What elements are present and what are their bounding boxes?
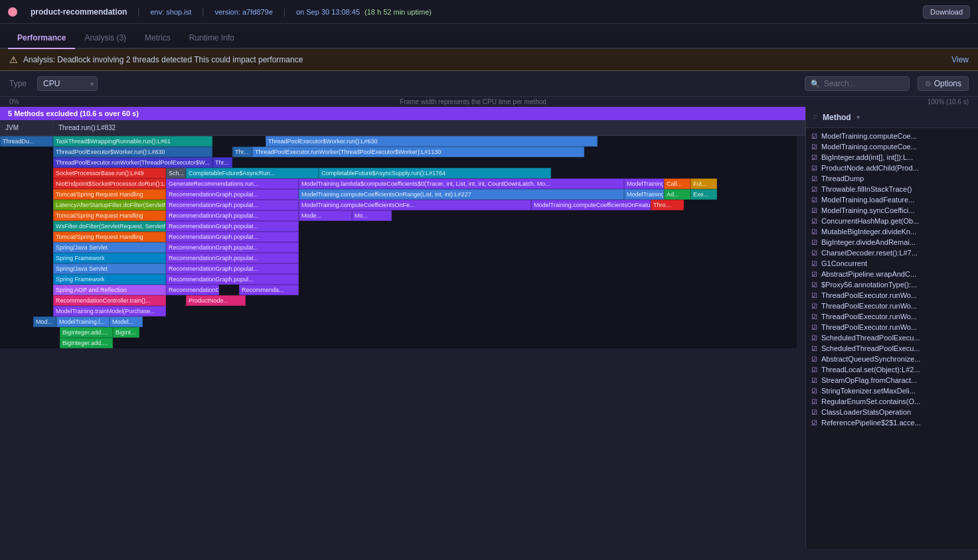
flame-block[interactable]: Thr... bbox=[212, 157, 232, 168]
flame-block[interactable]: Recommenda... bbox=[239, 285, 299, 295]
flame-block[interactable]: GenerateRecommendations.run... bbox=[166, 178, 299, 189]
method-item[interactable]: ☑AbstractQueuedSynchronize... bbox=[806, 354, 978, 364]
flame-block[interactable]: ModelTraining.computeCoefficientsOnRange… bbox=[299, 189, 624, 200]
flame-block[interactable]: Sch... bbox=[166, 168, 186, 178]
method-item[interactable]: ☑ScheduledThreadPoolExecu... bbox=[806, 332, 978, 343]
flame-block[interactable]: WsFilter.doFilter(ServletRequest, Servle… bbox=[53, 221, 166, 232]
flame-block[interactable]: ModelTraining.lambda$computeCoefficients… bbox=[299, 178, 624, 189]
tab-runtime[interactable]: Runtime Info bbox=[180, 28, 244, 49]
flame-block[interactable]: RecommendationGraph.populat... bbox=[166, 232, 299, 242]
flame-block[interactable]: RecommendationGraph.populat... bbox=[166, 189, 299, 200]
flame-block[interactable]: RecommendationGraph.popul... bbox=[166, 274, 299, 285]
options-button[interactable]: ⚙ Options bbox=[918, 76, 969, 91]
method-checkbox[interactable]: ☑ bbox=[811, 345, 817, 352]
flame-block[interactable]: LatencyAfterStartupFilter.doFilter(Servl… bbox=[53, 200, 166, 210]
method-checkbox[interactable]: ☑ bbox=[811, 292, 817, 299]
flame-block[interactable]: Spring/Java Servlet bbox=[53, 242, 166, 253]
method-item[interactable]: ☑ModelTraining.computeCoe... bbox=[806, 141, 978, 152]
flame-block[interactable]: Call... bbox=[664, 178, 691, 189]
method-item[interactable]: ☑Throwable.fillInStackTrace() bbox=[806, 184, 978, 194]
method-item[interactable]: ☑ThreadLocal.set(Object):L#2... bbox=[806, 364, 978, 375]
method-checkbox[interactable]: ☑ bbox=[811, 218, 817, 225]
flame-block[interactable]: ModelTraining.computeCoefficientsOnFe... bbox=[299, 200, 531, 210]
flame-block[interactable]: CompletableFuture$AsyncSupply.run():L#17… bbox=[319, 168, 551, 178]
method-item[interactable]: ☑ThreadPoolExecutor.runWo... bbox=[806, 290, 978, 301]
flame-block[interactable]: RecommendationController.train()... bbox=[53, 295, 166, 306]
flame-block[interactable]: CompletableFuture$AsyncRun... bbox=[186, 168, 319, 178]
method-item[interactable]: ☑ProductNode.addChild(Prod... bbox=[806, 163, 978, 173]
method-checkbox[interactable]: ☑ bbox=[811, 175, 817, 182]
flame-block[interactable]: ThreadPoolExecutor.runWorker(ThreadPoolE… bbox=[53, 157, 212, 168]
flame-block[interactable]: Mod... bbox=[33, 316, 56, 327]
flame-block[interactable]: Thr... bbox=[232, 147, 252, 157]
method-item[interactable]: ☑ScheduledThreadPoolExecu... bbox=[806, 343, 978, 354]
flame-block[interactable]: ModelTraining.trainModel(Purchase... bbox=[53, 306, 166, 316]
flame-block[interactable]: RecommendationGraph.populat... bbox=[166, 200, 299, 210]
flame-block[interactable]: BigInteger.add.... bbox=[60, 338, 113, 348]
method-item[interactable]: ☑BigInteger.divideAndRemai... bbox=[806, 237, 978, 247]
method-checkbox[interactable]: ☑ bbox=[811, 281, 817, 289]
method-checkbox[interactable]: ☑ bbox=[811, 133, 817, 140]
flame-block[interactable]: RecommendationG... bbox=[166, 285, 219, 295]
method-item[interactable]: ☑MutableBigInteger.divideKn... bbox=[806, 226, 978, 237]
method-item[interactable]: ☑ThreadPoolExecutor.runWo... bbox=[806, 311, 978, 322]
flame-block[interactable]: ProductNode... bbox=[186, 295, 246, 306]
method-checkbox[interactable]: ☑ bbox=[811, 366, 817, 374]
search-input[interactable] bbox=[824, 79, 904, 88]
method-item[interactable]: ☑ClassLoaderStatsOperation bbox=[806, 407, 978, 417]
method-checkbox[interactable]: ☑ bbox=[811, 398, 817, 405]
flame-block[interactable]: ModelTraining.computeCoefficientsOnFeatu… bbox=[531, 200, 651, 210]
method-item[interactable]: ☑RegularEnumSet.contains(O... bbox=[806, 396, 978, 407]
method-checkbox[interactable]: ☑ bbox=[811, 260, 817, 267]
method-checkbox[interactable]: ☑ bbox=[811, 165, 817, 172]
method-dropdown-icon[interactable]: ▾ bbox=[856, 113, 860, 121]
method-item[interactable]: ☑ThreadPoolExecutor.runWo... bbox=[806, 301, 978, 311]
view-link[interactable]: View bbox=[951, 55, 969, 64]
flame-block[interactable]: ModelTraining.... bbox=[624, 178, 664, 189]
method-checkbox[interactable]: ☑ bbox=[811, 377, 817, 384]
method-checkbox[interactable]: ☑ bbox=[811, 409, 817, 416]
flame-block[interactable]: Mode... bbox=[299, 210, 352, 221]
flame-block[interactable]: ThreadPoolExecutor.runWorker(ThreadPoolE… bbox=[252, 147, 584, 157]
method-item[interactable]: ☑StringTokenizer.setMaxDeli... bbox=[806, 385, 978, 396]
method-checkbox[interactable]: ☑ bbox=[811, 324, 817, 331]
flame-block[interactable]: ThreadPoolExecutor$Worker.run():L#630 bbox=[266, 136, 598, 147]
flame-block[interactable]: ThreadDu... bbox=[0, 136, 53, 147]
method-checkbox[interactable]: ☑ bbox=[811, 419, 817, 427]
flame-block[interactable]: RecommendationGraph.populat... bbox=[166, 253, 299, 263]
method-checkbox[interactable]: ☑ bbox=[811, 387, 817, 395]
method-item[interactable]: ☑ModelTraining.computeCoe... bbox=[806, 131, 978, 141]
flame-block[interactable]: Spring AOP and Reflection bbox=[53, 285, 166, 295]
download-button[interactable]: Download bbox=[923, 5, 970, 19]
flame-block[interactable]: Spring/Java Servlet bbox=[53, 263, 166, 274]
method-item[interactable]: ☑$Proxy56.annotationType():... bbox=[806, 279, 978, 290]
panel-drag-handle[interactable]: ⠿ bbox=[813, 113, 817, 121]
method-item[interactable]: ☑ThreadPoolExecutor.runWo... bbox=[806, 322, 978, 332]
flame-block[interactable]: Spring Framework bbox=[53, 253, 166, 263]
tab-performance[interactable]: Performance bbox=[8, 28, 75, 49]
method-item[interactable]: ☑StreamOpFlag.fromCharact... bbox=[806, 375, 978, 385]
flame-block[interactable]: Mo... bbox=[352, 210, 392, 221]
flame-block[interactable]: ThreadPoolExecutor$Worker.run():L#630 bbox=[53, 147, 212, 157]
flame-block[interactable]: Model... bbox=[110, 316, 143, 327]
method-item[interactable]: ☑BigInteger.add(int[], int[]):L... bbox=[806, 152, 978, 163]
flame-block[interactable]: Fut... bbox=[691, 178, 717, 189]
method-checkbox[interactable]: ☑ bbox=[811, 313, 817, 320]
flame-block[interactable]: RecommendationGraph.populat... bbox=[166, 263, 299, 274]
flame-block[interactable]: RecommendationGraph.populat... bbox=[166, 242, 299, 253]
method-item[interactable]: ☑CharsetDecoder.reset():L#7... bbox=[806, 247, 978, 258]
flame-block[interactable]: Tomcat/Spring Request Handling bbox=[53, 189, 166, 200]
method-checkbox[interactable]: ☑ bbox=[811, 249, 817, 257]
flame-block[interactable]: SocketProcessorBase.run():L#49 bbox=[53, 168, 166, 178]
method-checkbox[interactable]: ☑ bbox=[811, 207, 817, 214]
flame-block[interactable]: Ad... bbox=[664, 189, 691, 200]
tab-metrics[interactable]: Metrics bbox=[135, 28, 180, 49]
flame-block[interactable]: RecommendationGraph.populat... bbox=[166, 221, 299, 232]
method-item[interactable]: ☑ModelTraining.syncCoeffici... bbox=[806, 205, 978, 216]
method-item[interactable]: ☑ModelTraining.loadFeature... bbox=[806, 194, 978, 205]
method-item[interactable]: ☑G1Concurrent bbox=[806, 258, 978, 269]
method-checkbox[interactable]: ☑ bbox=[811, 196, 817, 204]
method-checkbox[interactable]: ☑ bbox=[811, 228, 817, 236]
type-select-wrapper[interactable]: CPU Wall Clock Memory bbox=[37, 76, 98, 91]
flame-block[interactable]: Thro... bbox=[651, 200, 684, 210]
